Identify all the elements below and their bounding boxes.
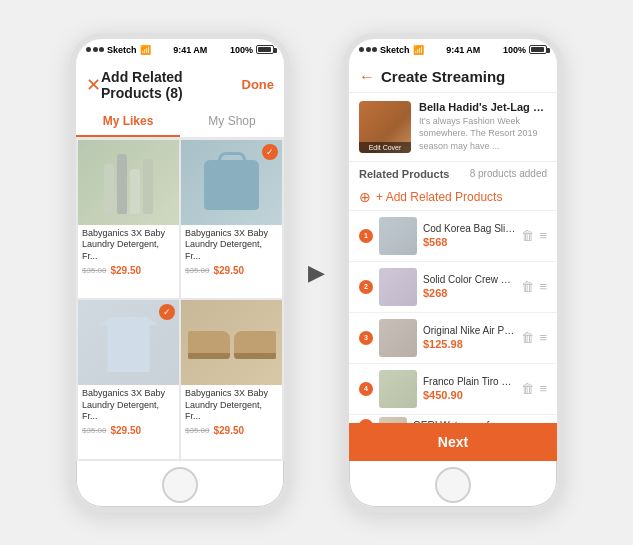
bag-img (204, 160, 259, 210)
r-dot2 (366, 47, 371, 52)
row-num-2: 2 (359, 280, 373, 294)
shirt-img (99, 317, 159, 372)
row-thumb-3 (379, 319, 417, 357)
row-num-1: 1 (359, 229, 373, 243)
right-home-button[interactable] (435, 467, 471, 503)
product-row-1: 1 Cod Korea Bag Sling Bag Best ... $568 … (349, 211, 557, 262)
grid-item-4[interactable]: Babyganics 3X Baby Laundry Detergent, Fr… (181, 300, 282, 459)
r-dot3 (372, 47, 377, 52)
next-button[interactable]: Next (349, 423, 557, 461)
row-price-2: $268 (423, 287, 515, 299)
check-badge-2: ✓ (262, 144, 278, 160)
right-battery-fill (531, 47, 544, 52)
reorder-button-4[interactable]: ≡ (539, 381, 547, 396)
cover-text-area: Bella Hadid's Jet-Lag Beauty... It's alw… (419, 101, 547, 153)
check-badge-3: ✓ (159, 304, 175, 320)
flow-arrow: ▶ (308, 260, 325, 286)
product-row-2: 2 Solid Color Crew Neck T-Shirt For... $… (349, 262, 557, 313)
shoe1 (188, 331, 230, 359)
grid-info-1: Babyganics 3X Baby Laundry Detergent, Fr… (78, 225, 179, 280)
right-battery-pct: 100% (503, 45, 526, 55)
row-thumb-2 (379, 268, 417, 306)
grid-info-2: Babyganics 3X Baby Laundry Detergent, Fr… (181, 225, 282, 280)
add-related-button[interactable]: ⊕ + Add Related Products (349, 184, 557, 211)
row-actions-4: 🗑 ≡ (521, 381, 547, 396)
row-name-3: Original Nike Air Presto Flyknit ... (423, 325, 515, 336)
old-price-4: $35.00 (185, 426, 209, 435)
tab-my-shop[interactable]: My Shop (180, 107, 284, 137)
grid-info-4: Babyganics 3X Baby Laundry Detergent, Fr… (181, 385, 282, 440)
done-button[interactable]: Done (242, 77, 275, 92)
product-grid: Babyganics 3X Baby Laundry Detergent, Fr… (76, 138, 284, 461)
new-price-1: $29.50 (110, 265, 141, 276)
shoes-img (183, 321, 281, 364)
carrier-label: Sketch (107, 45, 137, 55)
new-price-4: $29.50 (213, 425, 244, 436)
right-status-bar: Sketch 📶 9:41 AM 100% (349, 39, 557, 61)
reorder-button-1[interactable]: ≡ (539, 228, 547, 243)
product-row-4: 4 Franco Plain Tiro Korean Joggers $450.… (349, 364, 557, 415)
dot3 (99, 47, 104, 52)
grid-name-4: Babyganics 3X Baby Laundry Detergent, Fr… (185, 388, 278, 423)
row-info-3: Original Nike Air Presto Flyknit ... $12… (423, 325, 515, 350)
cover-description: It's always Fashion Week somewhere. The … (419, 115, 547, 153)
left-phone: Sketch 📶 9:41 AM 100% ✕ Add Related Prod… (70, 33, 290, 513)
battery-area: 100% (230, 45, 274, 55)
row-actions-1: 🗑 ≡ (521, 228, 547, 243)
tab-my-likes[interactable]: My Likes (76, 107, 180, 137)
delete-button-4[interactable]: 🗑 (521, 381, 534, 396)
grid-price-row-2: $35.00 $29.50 (185, 265, 278, 276)
row-info-1: Cod Korea Bag Sling Bag Best ... $568 (423, 223, 515, 248)
battery-icon (256, 45, 274, 54)
battery-fill (258, 47, 271, 52)
product-img-4 (181, 300, 282, 385)
delete-button-2[interactable]: 🗑 (521, 279, 534, 294)
row-thumb-1 (379, 217, 417, 255)
row-num-4: 4 (359, 382, 373, 396)
product-img-1 (78, 140, 179, 225)
row-price-1: $568 (423, 236, 515, 248)
shoe2 (234, 331, 276, 359)
right-time-label: 9:41 AM (446, 45, 480, 55)
row-thumb-4 (379, 370, 417, 408)
grid-name-1: Babyganics 3X Baby Laundry Detergent, Fr… (82, 228, 175, 263)
dot2 (93, 47, 98, 52)
right-page-title: Create Streaming (381, 68, 505, 85)
left-content: ✕ Add Related Products (8) Done My Likes… (76, 61, 284, 461)
new-price-3: $29.50 (110, 425, 141, 436)
add-circle-icon: ⊕ (359, 189, 371, 205)
old-price-2: $35.00 (185, 266, 209, 275)
new-price-2: $29.50 (213, 265, 244, 276)
related-header: Related Products 8 products added (349, 162, 557, 184)
battery-pct: 100% (230, 45, 253, 55)
cover-thumbnail[interactable]: Edit Cover (359, 101, 411, 153)
cosmetics-img (99, 146, 158, 219)
cover-title: Bella Hadid's Jet-Lag Beauty... (419, 101, 547, 113)
row-name-2: Solid Color Crew Neck T-Shirt For... (423, 274, 515, 285)
home-button[interactable] (162, 467, 198, 503)
delete-button-1[interactable]: 🗑 (521, 228, 534, 243)
close-button[interactable]: ✕ (86, 74, 101, 96)
grid-item-1[interactable]: Babyganics 3X Baby Laundry Detergent, Fr… (78, 140, 179, 299)
right-battery-area: 100% (503, 45, 547, 55)
tube2 (117, 154, 127, 214)
reorder-button-2[interactable]: ≡ (539, 279, 547, 294)
left-header: ✕ Add Related Products (8) Done (76, 61, 284, 107)
grid-price-row-3: $35.00 $29.50 (82, 425, 175, 436)
old-price-3: $35.00 (82, 426, 106, 435)
signal-dots (86, 47, 104, 52)
grid-item-3[interactable]: ✓ Babyganics 3X Baby Laundry Detergent, … (78, 300, 179, 459)
grid-item-2[interactable]: ✓ Babyganics 3X Baby Laundry Detergent, … (181, 140, 282, 299)
row-name-4: Franco Plain Tiro Korean Joggers (423, 376, 515, 387)
grid-name-3: Babyganics 3X Baby Laundry Detergent, Fr… (82, 388, 175, 423)
dot1 (86, 47, 91, 52)
reorder-button-3[interactable]: ≡ (539, 330, 547, 345)
edit-cover-label[interactable]: Edit Cover (359, 142, 411, 153)
back-button[interactable]: ← (359, 68, 375, 86)
row-info-4: Franco Plain Tiro Korean Joggers $450.90 (423, 376, 515, 401)
related-count: 8 products added (470, 168, 547, 179)
delete-button-3[interactable]: 🗑 (521, 330, 534, 345)
row-name-1: Cod Korea Bag Sling Bag Best ... (423, 223, 515, 234)
row-info-2: Solid Color Crew Neck T-Shirt For... $26… (423, 274, 515, 299)
row-actions-3: 🗑 ≡ (521, 330, 547, 345)
